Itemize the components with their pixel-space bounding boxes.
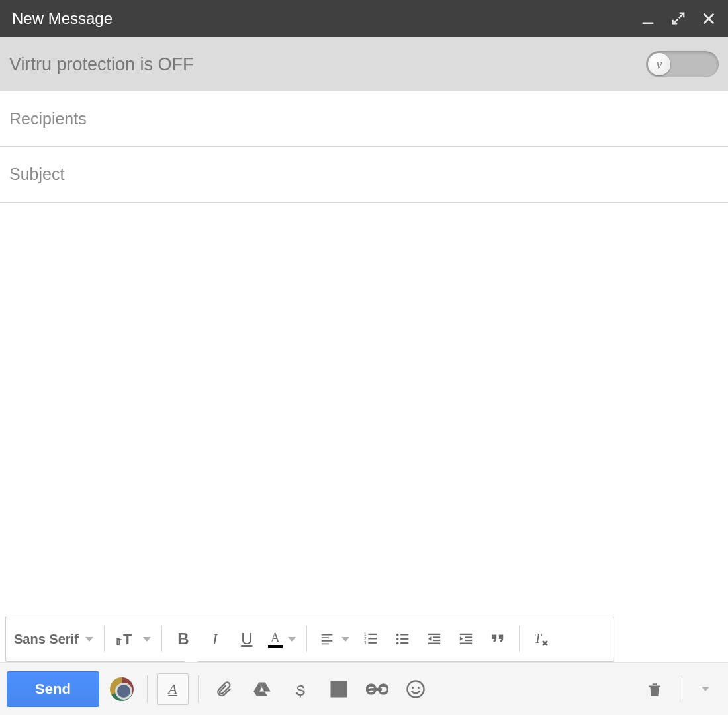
chevron-down-icon (143, 637, 151, 642)
formatting-toolbar: Sans Serif т T B I U A 123 (5, 616, 614, 662)
svg-point-29 (412, 687, 414, 689)
svg-text:т: т (117, 636, 122, 646)
underline-button[interactable]: U (234, 626, 260, 652)
svg-point-9 (396, 634, 399, 636)
separator (680, 675, 680, 703)
drive-icon[interactable] (246, 673, 278, 705)
virtru-protection-bar: Virtru protection is OFF v (0, 37, 728, 91)
quote-button[interactable] (484, 626, 511, 652)
italic-button[interactable]: I (202, 626, 228, 652)
separator (198, 675, 199, 703)
svg-rect-15 (428, 634, 440, 635)
bold-button[interactable]: B (170, 626, 197, 652)
svg-text:3: 3 (364, 640, 367, 645)
separator (161, 626, 162, 652)
money-icon[interactable] (285, 673, 316, 705)
virtru-toggle-knob: v (648, 53, 670, 75)
svg-rect-17 (433, 640, 440, 641)
extension-icon[interactable] (106, 673, 138, 705)
chevron-down-icon (288, 637, 296, 642)
window-actions (641, 11, 716, 26)
separator (147, 675, 148, 703)
send-button[interactable]: Send (7, 671, 99, 707)
emoji-icon[interactable] (400, 673, 432, 705)
separator (519, 626, 520, 652)
separator (104, 626, 105, 652)
svg-rect-0 (643, 23, 654, 24)
attach-file-icon[interactable] (208, 673, 240, 705)
subject-input[interactable] (9, 165, 719, 184)
subject-row (0, 147, 728, 203)
svg-rect-20 (465, 636, 472, 638)
svg-rect-7 (368, 638, 377, 639)
align-button[interactable] (315, 626, 352, 652)
font-family-label: Sans Serif (14, 632, 79, 647)
svg-text:T: T (123, 631, 132, 647)
remove-formatting-button[interactable]: T (527, 626, 554, 652)
svg-rect-16 (433, 636, 440, 638)
virtru-toggle[interactable]: v (646, 51, 719, 77)
virtru-status-text: Virtru protection is OFF (9, 54, 194, 75)
window-titlebar: New Message (0, 0, 728, 37)
expand-icon[interactable] (671, 11, 686, 26)
font-family-select[interactable]: Sans Serif (14, 632, 96, 647)
compose-action-bar: Send A (0, 662, 728, 715)
insert-link-icon[interactable] (361, 673, 393, 705)
svg-point-28 (408, 681, 424, 697)
svg-rect-18 (428, 643, 440, 644)
svg-rect-21 (465, 640, 472, 641)
chevron-down-icon (341, 637, 349, 642)
more-options-button[interactable] (690, 673, 721, 705)
svg-point-11 (396, 642, 399, 645)
indent-more-button[interactable] (453, 626, 479, 652)
minimize-icon[interactable] (641, 11, 655, 26)
svg-point-10 (396, 638, 399, 640)
svg-rect-12 (400, 634, 408, 635)
recipients-row (0, 91, 728, 147)
text-color-bar (268, 645, 283, 648)
svg-rect-13 (400, 638, 408, 640)
numbered-list-button[interactable]: 123 (357, 626, 384, 652)
chevron-down-icon (702, 687, 709, 691)
trash-icon[interactable] (639, 673, 670, 705)
text-color-button[interactable]: A (265, 626, 298, 652)
bulleted-list-button[interactable] (389, 626, 416, 652)
font-size-button[interactable]: т T (113, 626, 154, 652)
svg-point-30 (418, 687, 420, 689)
formatting-toggle-button[interactable]: A (157, 673, 189, 705)
close-icon[interactable] (702, 11, 716, 26)
chevron-down-icon (85, 637, 93, 642)
svg-rect-8 (368, 642, 377, 644)
svg-rect-22 (460, 643, 472, 644)
indent-less-button[interactable] (421, 626, 447, 652)
svg-rect-14 (400, 642, 408, 644)
window-title: New Message (12, 9, 113, 28)
recipients-input[interactable] (9, 109, 719, 128)
svg-rect-6 (368, 634, 377, 635)
svg-text:T: T (534, 631, 543, 645)
insert-photo-icon[interactable] (323, 673, 355, 705)
svg-rect-19 (460, 634, 472, 635)
separator (306, 626, 307, 652)
text-color-glyph: A (271, 630, 280, 645)
